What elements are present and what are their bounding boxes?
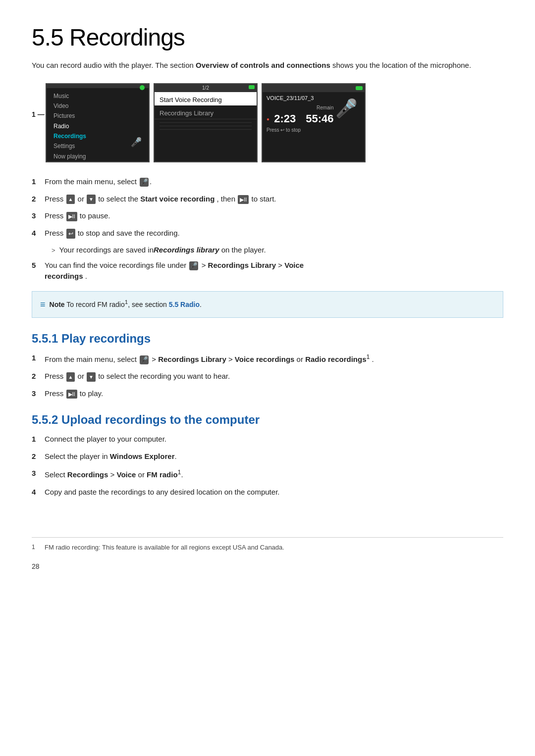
menu-item-music: Music bbox=[54, 91, 149, 101]
footnote-text: FM radio recording: This feature is avai… bbox=[45, 543, 284, 553]
radio-recordings-bold: Radio recordings bbox=[305, 355, 366, 363]
upload-step-2: 2 Select the player in Windows Explorer. bbox=[32, 451, 503, 462]
intro-text1: You can record audio with the player. Th… bbox=[32, 61, 196, 69]
footnote-number: 1 bbox=[32, 543, 40, 553]
start-voice-recording-option: Start Voice Recording bbox=[155, 92, 257, 105]
screen3-topbar bbox=[263, 84, 365, 92]
up-arrow-icon: ▲ bbox=[66, 195, 75, 204]
screen1-topbar bbox=[47, 84, 149, 88]
recordings-library-bold2: Recordings Library bbox=[158, 355, 226, 363]
mic-inline-icon: 🎤 bbox=[140, 178, 149, 187]
mic-icon: 🎤 bbox=[131, 137, 142, 148]
radio-link[interactable]: 5.5 Radio bbox=[169, 300, 200, 308]
upload-step-4: 4 Copy and paste the recordings to any d… bbox=[32, 487, 503, 498]
play-pause-icon2: ▶II bbox=[66, 212, 77, 221]
arrow-icon: > bbox=[52, 246, 55, 255]
screen-voice-recording: 1/2 Start Voice Recording Recordings Lib… bbox=[154, 83, 258, 163]
page-number: 28 bbox=[32, 562, 503, 570]
voice-recordings-bold2: Voice recordings bbox=[235, 355, 295, 363]
note-box: ≡ Note To record FM radio1, see section … bbox=[32, 291, 503, 318]
remain-block: Remain 55:46 bbox=[306, 105, 333, 125]
fm-radio-bold: FM radio bbox=[147, 470, 178, 479]
screen2-topbar: 1/2 bbox=[155, 84, 257, 92]
battery-icon bbox=[140, 85, 145, 90]
battery3-icon bbox=[356, 86, 363, 90]
screen-main-menu: Music Video Pictures Radio Recordings Se… bbox=[46, 83, 150, 163]
play-pause-icon3: ▶II bbox=[66, 390, 77, 399]
menu-item-radio: Radio bbox=[54, 121, 149, 131]
rec-dot: ● bbox=[267, 116, 269, 122]
elapsed-time: ● 2:23 bbox=[267, 112, 296, 125]
footnote-1: 1 FM radio recording: This feature is av… bbox=[32, 543, 503, 553]
screenshots-row: 1 — Music Video Pictures Radio Recording… bbox=[32, 83, 503, 163]
footnote-ref2: 1 bbox=[366, 353, 370, 360]
play-step-2: 2 Press ▲ or ▼ to select the recording y… bbox=[32, 371, 503, 382]
down-arrow-icon: ▼ bbox=[87, 195, 96, 204]
menu-items-list: Music Video Pictures Radio Recordings Se… bbox=[47, 88, 149, 162]
step-1: 1 From the main menu, select 🎤. bbox=[32, 176, 503, 188]
intro-text2: shows you the location of the microphone… bbox=[330, 61, 471, 69]
voice-bold: Voice bbox=[116, 470, 136, 479]
play-pause-icon: ▶II bbox=[238, 195, 249, 204]
page-title: 5.5 Recordings bbox=[32, 24, 503, 51]
windows-explorer-bold: Windows Explorer bbox=[110, 452, 175, 460]
footnote-section: 1 FM radio recording: This feature is av… bbox=[32, 537, 503, 553]
note-icon: ≡ bbox=[40, 298, 46, 311]
recordings-library-bold: Recordings Library bbox=[208, 261, 276, 269]
step-2: 2 Press ▲ or ▼ to select the Start voice… bbox=[32, 194, 503, 205]
step-3: 3 Press ▶II to pause. bbox=[32, 210, 503, 222]
intro-paragraph: You can record audio with the player. Th… bbox=[32, 60, 503, 71]
menu-item-pictures: Pictures bbox=[54, 111, 149, 121]
menu-item-nowplaying: Now playing bbox=[54, 151, 149, 161]
step1-outside-label: 1 — bbox=[32, 110, 46, 118]
recordings-library-option: Recordings Library bbox=[155, 105, 257, 119]
recordings-bold3: Recordings bbox=[67, 470, 108, 479]
menu-item-video: Video bbox=[54, 101, 149, 111]
footnote-ref3: 1 bbox=[178, 469, 181, 476]
intro-bold1: Overview of controls and connections bbox=[196, 61, 330, 69]
section-551-heading: 5.5.1 Play recordings bbox=[32, 332, 503, 346]
start-voice-recording-label: Start voice recording bbox=[140, 195, 214, 203]
back-icon2: ↩ bbox=[66, 229, 75, 239]
upload-recordings-list: 1 Connect the player to your computer. 2… bbox=[32, 434, 503, 498]
play-recordings-list: 1 From the main menu, select 🎤 > Recordi… bbox=[32, 353, 503, 400]
play-step-3: 3 Press ▶II to play. bbox=[32, 388, 503, 400]
big-mic-icon: 🎤 bbox=[335, 98, 358, 119]
play-step-1: 1 From the main menu, select 🎤 > Recordi… bbox=[32, 353, 503, 365]
up-arrow-icon2: ▲ bbox=[66, 372, 75, 382]
sub-item-recordings-library: > Your recordings are saved inRecordings… bbox=[52, 245, 503, 256]
stop-instruction: Press ↩ to stop bbox=[263, 126, 365, 134]
remain-time: 55:46 bbox=[306, 112, 333, 125]
page-indicator: 1/2 bbox=[202, 85, 209, 91]
note-label: Note bbox=[50, 300, 65, 308]
screen-recording-active: VOICE_23/11/07_3 🎤 ● 2:23 Remain 55:46 P… bbox=[262, 83, 366, 163]
section-552-heading: 5.5.2 Upload recordings to the computer bbox=[32, 413, 503, 427]
step-5: 5 You can find the voice recordings file… bbox=[32, 260, 503, 282]
recordings-library-italic: Recordings library bbox=[154, 246, 219, 254]
mic-inline-icon2: 🎤 bbox=[189, 261, 198, 270]
down-arrow-icon2: ▼ bbox=[87, 372, 96, 382]
upload-step-3: 3 Select Recordings > Voice or FM radio1… bbox=[32, 468, 503, 481]
upload-step-1: 1 Connect the player to your computer. bbox=[32, 434, 503, 445]
step5-list: 5 You can find the voice recordings file… bbox=[32, 260, 503, 282]
mic-inline-icon3: 🎤 bbox=[140, 355, 149, 364]
remain-label: Remain bbox=[317, 105, 333, 110]
step-4: 4 Press ↩ to stop and save the recording… bbox=[32, 228, 503, 239]
steps-list-section1: 1 From the main menu, select 🎤. 2 Press … bbox=[32, 176, 503, 239]
back-icon: ↩ bbox=[280, 127, 284, 133]
battery2-icon bbox=[249, 85, 255, 89]
